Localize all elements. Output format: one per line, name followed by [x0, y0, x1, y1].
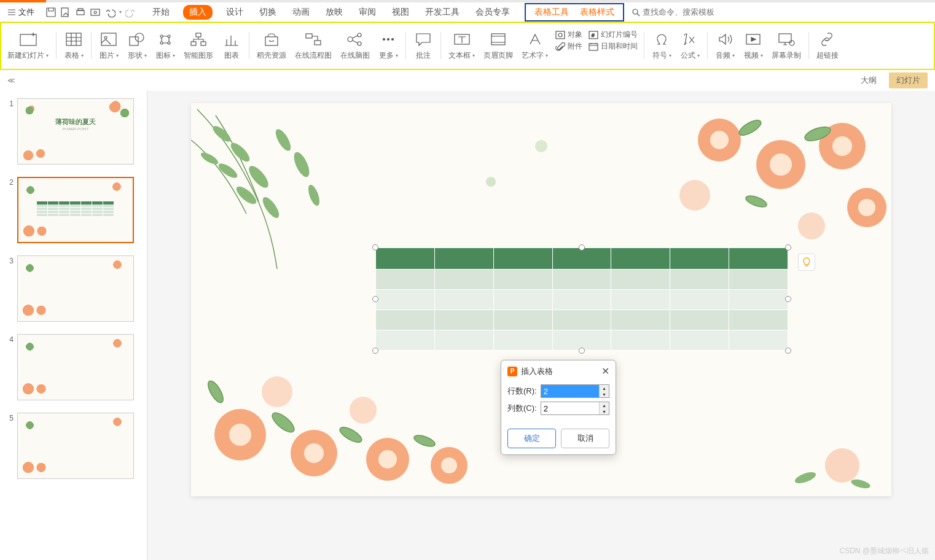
tab-animation[interactable]: 动画: [290, 6, 312, 19]
wordart-button[interactable]: 艺术字: [518, 28, 552, 62]
formula-button[interactable]: 公式: [676, 28, 703, 62]
slide-thumbnail-4[interactable]: 4: [0, 332, 147, 403]
more-button[interactable]: 更多: [375, 28, 402, 62]
slide-number-button[interactable]: #幻灯片编号: [589, 29, 638, 40]
textbox-button[interactable]: 文本框: [445, 28, 479, 62]
resize-handle[interactable]: [785, 244, 791, 251]
rows-up[interactable]: ▲: [600, 385, 609, 391]
resize-handle[interactable]: [579, 244, 585, 251]
svg-point-61: [745, 193, 769, 209]
slide-thumbnail-2[interactable]: 2: [0, 174, 147, 246]
svg-point-16: [168, 42, 170, 44]
symbol-button[interactable]: 符号: [648, 28, 675, 62]
redo-icon[interactable]: [125, 7, 136, 18]
search-icon: [632, 8, 640, 17]
export-pdf-icon[interactable]: [60, 7, 71, 18]
resize-handle[interactable]: [785, 296, 791, 302]
smartart-button[interactable]: 智能图形: [180, 28, 217, 62]
svg-point-24: [358, 33, 361, 37]
save-icon[interactable]: [45, 7, 57, 18]
svg-point-50: [710, 131, 729, 149]
attachment-button[interactable]: 附件: [555, 41, 582, 52]
rows-down[interactable]: ▼: [600, 391, 609, 397]
smart-suggest-button[interactable]: [798, 254, 815, 271]
tab-member[interactable]: 会员专享: [473, 6, 512, 19]
hyperlink-button[interactable]: 超链接: [813, 28, 842, 62]
svg-point-76: [825, 448, 859, 483]
search-box[interactable]: [632, 7, 735, 17]
table-button[interactable]: 表格: [60, 28, 87, 62]
svg-point-78: [850, 478, 871, 490]
slide-thumbnail-1[interactable]: 1 薄荷味的夏天 POWER POINT: [0, 96, 147, 167]
tab-review[interactable]: 审阅: [356, 6, 378, 19]
svg-point-75: [413, 433, 437, 448]
print-icon[interactable]: [75, 7, 86, 18]
undo-dropdown[interactable]: ▾: [119, 9, 122, 15]
slides-tab[interactable]: 幻灯片: [889, 72, 928, 88]
tab-devtools[interactable]: 开发工具: [423, 6, 462, 19]
audio-button[interactable]: 音频: [711, 28, 738, 62]
image-button[interactable]: 图片: [95, 28, 122, 62]
quick-access-toolbar: ▾: [41, 7, 141, 18]
cols-up[interactable]: ▲: [600, 402, 609, 408]
tab-view[interactable]: 视图: [389, 6, 412, 19]
flowchart-button[interactable]: 在线流程图: [291, 28, 335, 62]
chart-button[interactable]: 图表: [218, 28, 245, 62]
rows-spinner[interactable]: ▲▼: [541, 384, 609, 398]
cols-spinner[interactable]: ▲▼: [541, 402, 609, 415]
more-icon: [381, 29, 396, 49]
date-time-button[interactable]: 日期和时间: [589, 41, 638, 52]
tab-transition[interactable]: 切换: [257, 6, 279, 19]
slide-thumbnail-5[interactable]: 5: [0, 410, 147, 481]
svg-point-32: [558, 33, 562, 37]
mindmap-icon: [346, 29, 364, 49]
header-footer-button[interactable]: 页眉页脚: [480, 28, 517, 62]
resize-handle[interactable]: [372, 296, 378, 302]
resize-handle[interactable]: [372, 348, 378, 354]
resize-handle[interactable]: [372, 244, 378, 251]
cols-input[interactable]: [541, 402, 599, 414]
canvas-area[interactable]: P 插入表格 ✕ 行数(R): ▲▼ 列数(C):: [147, 91, 935, 560]
svg-point-59: [737, 117, 764, 138]
svg-point-12: [135, 33, 144, 42]
comment-button[interactable]: 批注: [410, 28, 437, 62]
tab-design[interactable]: 设计: [224, 6, 246, 19]
inserted-table[interactable]: [375, 247, 788, 351]
attachment-icon: [555, 42, 565, 51]
preview-icon[interactable]: [90, 7, 101, 18]
icon-button[interactable]: 图标: [152, 28, 179, 62]
undo-icon[interactable]: [104, 7, 115, 18]
slide-thumbnails-panel[interactable]: 1 薄荷味的夏天 POWER POINT 2: [0, 91, 147, 560]
ok-button[interactable]: 确定: [507, 429, 556, 448]
collapse-panel-button[interactable]: ≪: [7, 76, 15, 85]
file-menu[interactable]: 文件: [2, 2, 39, 21]
table-icon: [65, 29, 82, 49]
docer-button[interactable]: 稻壳资源: [253, 28, 290, 62]
shape-button[interactable]: 形状: [123, 28, 151, 62]
svg-point-57: [679, 180, 710, 211]
resize-handle[interactable]: [785, 348, 791, 354]
tab-table-tools[interactable]: 表格工具: [534, 7, 569, 18]
outline-tab[interactable]: 大纲: [853, 72, 884, 88]
tab-insert[interactable]: 插入: [183, 5, 213, 20]
screen-record-button[interactable]: 屏幕录制: [768, 28, 805, 62]
slide-thumbnail-3[interactable]: 3: [0, 253, 147, 324]
rows-input[interactable]: [541, 385, 599, 397]
tab-slideshow[interactable]: 放映: [323, 6, 345, 19]
hyperlink-icon: [820, 29, 835, 49]
cols-down[interactable]: ▼: [600, 408, 609, 414]
video-button[interactable]: 视频: [740, 28, 767, 62]
object-button[interactable]: 对象: [555, 29, 582, 40]
close-button[interactable]: ✕: [601, 365, 609, 377]
textbox-icon: [453, 29, 471, 49]
main-tabs: 开始 插入 设计 切换 动画 放映 审阅 视图 开发工具 会员专享: [150, 5, 512, 20]
svg-rect-21: [306, 34, 312, 38]
mindmap-button[interactable]: 在线脑图: [337, 28, 374, 62]
search-input[interactable]: [643, 7, 735, 17]
tab-table-style[interactable]: 表格样式: [580, 7, 614, 18]
resize-handle[interactable]: [579, 348, 585, 354]
slide-canvas[interactable]: P 插入表格 ✕ 行数(R): ▲▼ 列数(C):: [191, 103, 891, 496]
tab-start[interactable]: 开始: [150, 6, 172, 19]
cancel-button[interactable]: 取消: [561, 429, 609, 448]
new-slide-button[interactable]: 新建幻灯片: [4, 28, 52, 62]
